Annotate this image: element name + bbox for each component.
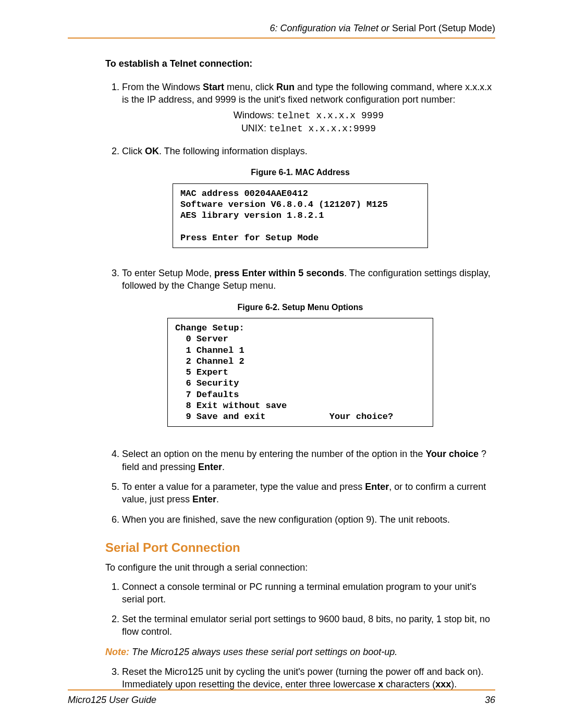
page-header: 6: Configuration via Telnet or Serial Po… — [68, 22, 495, 38]
serial-step-2: Set the terminal emulator serial port se… — [122, 613, 495, 638]
serial-content-2: Reset the Micro125 unit by cycling the u… — [68, 665, 495, 691]
note-label: Note: — [105, 647, 129, 657]
page: 6: Configuration via Telnet or Serial Po… — [0, 0, 563, 728]
content-area: To establish a Telnet connection: From t… — [68, 57, 495, 526]
serial-section-title: Serial Port Connection — [68, 539, 495, 556]
figure-1-caption: Figure 6-1. MAC Address — [105, 167, 495, 178]
header-rule — [68, 38, 495, 39]
figure-2-caption: Figure 6-2. Setup Menu Options — [105, 302, 495, 313]
telnet-steps: From the Windows Start menu, click Run a… — [105, 81, 495, 157]
page-footer: Micro125 User Guide 36 — [68, 689, 495, 706]
command-block: Windows: telnet x.x.x.x 9999 UNIX: telne… — [122, 109, 495, 135]
serial-note: Note: The Micro125 always uses these ser… — [68, 646, 495, 658]
header-chapter: 6: Configuration via Telnet or — [270, 23, 391, 33]
page-number: 36 — [485, 694, 495, 706]
telnet-step-2: Click OK. The following information disp… — [122, 145, 495, 157]
telnet-steps-cont2: Select an option on the menu by entering… — [105, 448, 495, 525]
telnet-heading: To establish a Telnet connection: — [105, 57, 495, 70]
serial-steps: Connect a console terminal or PC running… — [105, 581, 495, 638]
telnet-step-3: To enter Setup Mode, press Enter within … — [122, 267, 495, 292]
header-section: Serial Port (Setup Mode) — [392, 23, 495, 33]
serial-content: Connect a console terminal or PC running… — [68, 581, 495, 638]
footer-row: Micro125 User Guide 36 — [68, 694, 495, 706]
telnet-step-6: When you are finished, save the new conf… — [122, 513, 495, 526]
serial-step-1: Connect a console terminal or PC running… — [122, 581, 495, 606]
serial-steps-cont: Reset the Micro125 unit by cycling the u… — [105, 665, 495, 691]
serial-intro: To configure the unit through a serial c… — [68, 561, 495, 574]
figure-1-box: MAC address 00204AAE0412 Software versio… — [173, 183, 428, 248]
command-windows: Windows: telnet x.x.x.x 9999 — [122, 109, 495, 122]
footer-rule — [68, 689, 495, 690]
footer-title: Micro125 User Guide — [68, 694, 156, 706]
serial-step-3: Reset the Micro125 unit by cycling the u… — [122, 665, 495, 691]
command-unix: UNIX: telnet x.x.x.x:9999 — [122, 122, 495, 135]
telnet-steps-cont: To enter Setup Mode, press Enter within … — [105, 267, 495, 292]
note-text: The Micro125 always uses these serial po… — [129, 647, 397, 657]
figure-2-box: Change Setup: 0 Server 1 Channel 1 2 Cha… — [167, 318, 433, 427]
telnet-step-5: To enter a value for a parameter, type t… — [122, 480, 495, 506]
telnet-step-1: From the Windows Start menu, click Run a… — [122, 81, 495, 135]
telnet-step-4: Select an option on the menu by entering… — [122, 448, 495, 473]
